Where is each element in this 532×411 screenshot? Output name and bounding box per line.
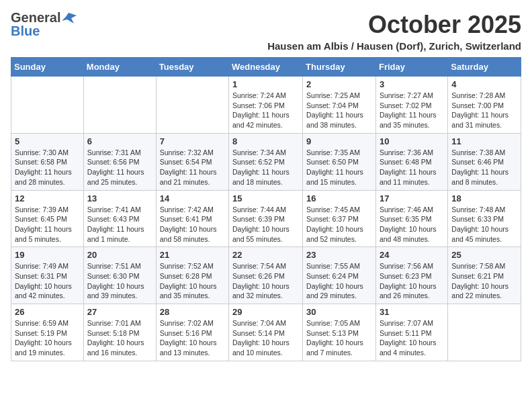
- calendar-cell: 19Sunrise: 7:49 AM Sunset: 6:31 PM Dayli…: [11, 247, 84, 304]
- calendar-week-5: 26Sunrise: 6:59 AM Sunset: 5:19 PM Dayli…: [11, 304, 521, 361]
- day-number: 29: [232, 307, 299, 317]
- calendar-cell: 20Sunrise: 7:51 AM Sunset: 6:30 PM Dayli…: [83, 247, 156, 304]
- day-info: Sunrise: 7:35 AM Sunset: 6:50 PM Dayligh…: [306, 148, 372, 187]
- month-title: October 2025: [267, 11, 521, 39]
- calendar-cell: 28Sunrise: 7:02 AM Sunset: 5:16 PM Dayli…: [156, 304, 228, 361]
- calendar-cell: 15Sunrise: 7:44 AM Sunset: 6:39 PM Dayli…: [229, 190, 303, 247]
- day-number: 26: [15, 307, 80, 317]
- day-number: 27: [87, 307, 152, 317]
- day-number: 31: [380, 307, 444, 317]
- calendar-cell: 30Sunrise: 7:05 AM Sunset: 5:13 PM Dayli…: [303, 304, 376, 361]
- calendar-header-row: SundayMondayTuesdayWednesdayThursdayFrid…: [11, 58, 521, 77]
- calendar-cell: 31Sunrise: 7:07 AM Sunset: 5:11 PM Dayli…: [375, 304, 447, 361]
- day-number: 14: [160, 193, 225, 203]
- calendar-cell: 14Sunrise: 7:42 AM Sunset: 6:41 PM Dayli…: [156, 190, 228, 247]
- day-number: 17: [380, 193, 444, 203]
- day-number: 1: [232, 79, 299, 89]
- logo-general-text: General: [11, 11, 60, 24]
- calendar-header-monday: Monday: [83, 58, 156, 77]
- calendar-cell: 13Sunrise: 7:41 AM Sunset: 6:43 PM Dayli…: [83, 190, 156, 247]
- logo: General Blue: [11, 11, 77, 38]
- day-info: Sunrise: 7:32 AM Sunset: 6:54 PM Dayligh…: [160, 148, 225, 187]
- calendar-week-1: 1Sunrise: 7:24 AM Sunset: 7:06 PM Daylig…: [11, 77, 521, 134]
- day-info: Sunrise: 7:56 AM Sunset: 6:23 PM Dayligh…: [380, 261, 444, 301]
- day-info: Sunrise: 7:46 AM Sunset: 6:35 PM Dayligh…: [380, 205, 444, 244]
- day-info: Sunrise: 6:59 AM Sunset: 5:19 PM Dayligh…: [15, 318, 80, 358]
- calendar-cell: [448, 304, 521, 361]
- day-number: 6: [87, 136, 152, 146]
- day-number: 10: [380, 136, 444, 146]
- day-info: Sunrise: 7:04 AM Sunset: 5:14 PM Dayligh…: [232, 318, 299, 358]
- calendar-cell: 12Sunrise: 7:39 AM Sunset: 6:45 PM Dayli…: [11, 190, 84, 247]
- calendar-header-thursday: Thursday: [303, 58, 376, 77]
- calendar-cell: 3Sunrise: 7:27 AM Sunset: 7:02 PM Daylig…: [375, 77, 447, 134]
- page-header: General Blue October 2025 Hausen am Albi…: [11, 11, 521, 52]
- day-info: Sunrise: 7:39 AM Sunset: 6:45 PM Dayligh…: [15, 205, 80, 244]
- svg-marker-0: [62, 13, 77, 24]
- day-info: Sunrise: 7:02 AM Sunset: 5:16 PM Dayligh…: [160, 318, 225, 358]
- day-info: Sunrise: 7:24 AM Sunset: 7:06 PM Dayligh…: [232, 91, 299, 130]
- day-number: 13: [87, 193, 152, 203]
- day-info: Sunrise: 7:54 AM Sunset: 6:26 PM Dayligh…: [232, 261, 299, 301]
- day-number: 7: [160, 136, 225, 146]
- calendar-cell: 29Sunrise: 7:04 AM Sunset: 5:14 PM Dayli…: [229, 304, 303, 361]
- calendar-cell: 11Sunrise: 7:38 AM Sunset: 6:46 PM Dayli…: [448, 133, 521, 190]
- day-number: 9: [306, 136, 372, 146]
- calendar-cell: 4Sunrise: 7:28 AM Sunset: 7:00 PM Daylig…: [448, 77, 521, 134]
- day-number: 12: [15, 193, 80, 203]
- calendar-cell: [156, 77, 228, 134]
- day-info: Sunrise: 7:44 AM Sunset: 6:39 PM Dayligh…: [232, 205, 299, 244]
- day-number: 19: [15, 250, 80, 260]
- day-info: Sunrise: 7:27 AM Sunset: 7:02 PM Dayligh…: [380, 91, 444, 130]
- day-info: Sunrise: 7:36 AM Sunset: 6:48 PM Dayligh…: [380, 148, 444, 187]
- calendar-table: SundayMondayTuesdayWednesdayThursdayFrid…: [11, 57, 521, 361]
- calendar-cell: 22Sunrise: 7:54 AM Sunset: 6:26 PM Dayli…: [229, 247, 303, 304]
- day-number: 16: [306, 193, 372, 203]
- calendar-header-saturday: Saturday: [448, 58, 521, 77]
- day-info: Sunrise: 7:38 AM Sunset: 6:46 PM Dayligh…: [451, 148, 517, 187]
- calendar-cell: 18Sunrise: 7:48 AM Sunset: 6:33 PM Dayli…: [448, 190, 521, 247]
- calendar-cell: 17Sunrise: 7:46 AM Sunset: 6:35 PM Dayli…: [375, 190, 447, 247]
- calendar-cell: 1Sunrise: 7:24 AM Sunset: 7:06 PM Daylig…: [229, 77, 303, 134]
- day-number: 30: [306, 307, 372, 317]
- day-number: 5: [15, 136, 80, 146]
- day-number: 21: [160, 250, 225, 260]
- day-info: Sunrise: 7:42 AM Sunset: 6:41 PM Dayligh…: [160, 205, 225, 244]
- day-number: 11: [451, 136, 517, 146]
- calendar-cell: 27Sunrise: 7:01 AM Sunset: 5:18 PM Dayli…: [83, 304, 156, 361]
- calendar-cell: 5Sunrise: 7:30 AM Sunset: 6:58 PM Daylig…: [11, 133, 84, 190]
- day-info: Sunrise: 7:55 AM Sunset: 6:24 PM Dayligh…: [306, 261, 372, 301]
- calendar-week-3: 12Sunrise: 7:39 AM Sunset: 6:45 PM Dayli…: [11, 190, 521, 247]
- day-number: 25: [451, 250, 517, 260]
- calendar-cell: 10Sunrise: 7:36 AM Sunset: 6:48 PM Dayli…: [375, 133, 447, 190]
- day-number: 15: [232, 193, 299, 203]
- calendar-cell: 6Sunrise: 7:31 AM Sunset: 6:56 PM Daylig…: [83, 133, 156, 190]
- day-number: 22: [232, 250, 299, 260]
- day-number: 20: [87, 250, 152, 260]
- calendar-header-tuesday: Tuesday: [156, 58, 228, 77]
- calendar-cell: 2Sunrise: 7:25 AM Sunset: 7:04 PM Daylig…: [303, 77, 376, 134]
- day-info: Sunrise: 7:48 AM Sunset: 6:33 PM Dayligh…: [451, 205, 517, 244]
- day-number: 28: [160, 307, 225, 317]
- day-number: 23: [306, 250, 372, 260]
- calendar-cell: [83, 77, 156, 134]
- day-info: Sunrise: 7:31 AM Sunset: 6:56 PM Dayligh…: [87, 148, 152, 187]
- day-info: Sunrise: 7:05 AM Sunset: 5:13 PM Dayligh…: [306, 318, 372, 358]
- day-number: 18: [451, 193, 517, 203]
- day-number: 3: [380, 79, 444, 89]
- calendar-header-wednesday: Wednesday: [229, 58, 303, 77]
- day-info: Sunrise: 7:58 AM Sunset: 6:21 PM Dayligh…: [451, 261, 517, 301]
- calendar-cell: 25Sunrise: 7:58 AM Sunset: 6:21 PM Dayli…: [448, 247, 521, 304]
- day-number: 2: [306, 79, 372, 89]
- day-info: Sunrise: 7:07 AM Sunset: 5:11 PM Dayligh…: [380, 318, 444, 358]
- day-info: Sunrise: 7:34 AM Sunset: 6:52 PM Dayligh…: [232, 148, 299, 187]
- title-section: October 2025 Hausen am Albis / Hausen (D…: [267, 11, 521, 52]
- day-info: Sunrise: 7:49 AM Sunset: 6:31 PM Dayligh…: [15, 261, 80, 301]
- day-info: Sunrise: 7:25 AM Sunset: 7:04 PM Dayligh…: [306, 91, 372, 130]
- day-info: Sunrise: 7:52 AM Sunset: 6:28 PM Dayligh…: [160, 261, 225, 301]
- day-info: Sunrise: 7:51 AM Sunset: 6:30 PM Dayligh…: [87, 261, 152, 301]
- day-info: Sunrise: 7:45 AM Sunset: 6:37 PM Dayligh…: [306, 205, 372, 244]
- calendar-header-friday: Friday: [375, 58, 447, 77]
- calendar-cell: 7Sunrise: 7:32 AM Sunset: 6:54 PM Daylig…: [156, 133, 228, 190]
- day-number: 4: [451, 79, 517, 89]
